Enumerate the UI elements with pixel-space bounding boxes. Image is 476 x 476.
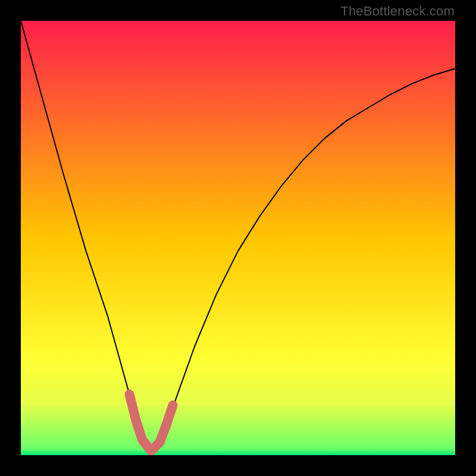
chart-frame xyxy=(0,0,476,476)
watermark-text: TheBottleneck.com xyxy=(340,4,455,19)
chart-background xyxy=(21,21,455,455)
chart-plot-area xyxy=(21,21,455,455)
chart-svg xyxy=(21,21,455,455)
